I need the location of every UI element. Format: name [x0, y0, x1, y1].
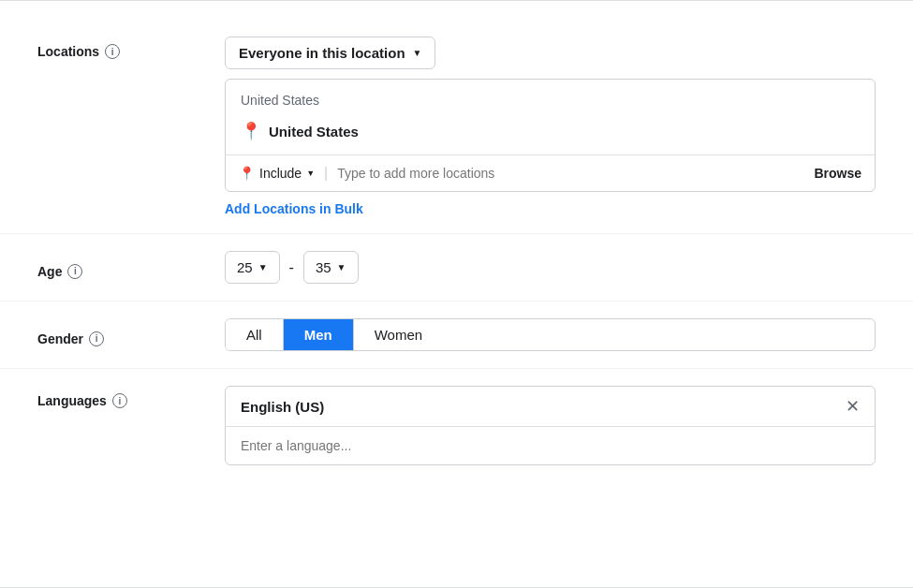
input-divider: |	[324, 165, 328, 182]
location-pin-icon: 📍	[241, 121, 261, 141]
location-search-input[interactable]	[337, 166, 804, 181]
location-search-placeholder: United States	[241, 93, 860, 108]
gender-controls: All Men Women	[225, 318, 876, 351]
age-min-arrow-icon: ▼	[258, 262, 268, 272]
locations-info-icon[interactable]: i	[105, 44, 120, 59]
age-max-dropdown[interactable]: 35 ▼	[303, 251, 359, 284]
dropdown-arrow-icon: ▼	[413, 48, 422, 58]
gender-label-text: Gender	[37, 331, 83, 346]
selected-country-name: United States	[269, 124, 359, 140]
gender-button-group: All Men Women	[225, 318, 876, 351]
gender-section: Gender i All Men Women	[0, 301, 913, 368]
location-input-row: 📍 Include ▼ | Browse	[226, 154, 875, 191]
languages-section: Languages i English (US) ✕	[0, 368, 913, 482]
gender-label: Gender i	[37, 324, 225, 346]
language-tag: English (US)	[241, 399, 324, 415]
locations-label-text: Locations	[37, 44, 99, 59]
include-pin-icon: 📍	[239, 166, 255, 181]
location-type-dropdown[interactable]: Everyone in this location ▼	[225, 37, 435, 69]
language-tag-row: English (US) ✕	[226, 387, 875, 427]
age-max-value: 35	[316, 259, 331, 275]
age-controls: 25 ▼ - 35 ▼	[225, 251, 876, 284]
languages-box: English (US) ✕	[225, 386, 876, 465]
gender-info-icon[interactable]: i	[89, 331, 104, 346]
age-min-dropdown[interactable]: 25 ▼	[225, 251, 280, 284]
locations-label: Locations i	[37, 37, 225, 59]
age-label-text: Age	[37, 264, 62, 279]
age-label: Age i	[37, 257, 225, 279]
location-selected-item: 📍 United States	[241, 117, 860, 145]
gender-men-button[interactable]: Men	[284, 319, 354, 350]
locations-box: United States 📍 United States 📍 Include …	[225, 79, 876, 192]
age-max-arrow-icon: ▼	[337, 262, 346, 272]
gender-women-button[interactable]: Women	[354, 319, 443, 350]
languages-label: Languages i	[37, 386, 225, 408]
browse-button[interactable]: Browse	[814, 166, 861, 181]
age-min-value: 25	[237, 259, 253, 275]
include-arrow-icon: ▼	[306, 169, 315, 178]
age-section: Age i 25 ▼ - 35 ▼	[0, 233, 913, 301]
include-dropdown[interactable]: 📍 Include ▼	[239, 166, 315, 181]
locations-content: Everyone in this location ▼ United State…	[225, 37, 876, 216]
settings-form: Locations i Everyone in this location ▼ …	[0, 0, 913, 588]
locations-section: Locations i Everyone in this location ▼ …	[0, 20, 913, 233]
include-label: Include	[259, 166, 302, 181]
location-search-area: United States 📍 United States	[226, 80, 875, 154]
language-input[interactable]	[226, 427, 875, 464]
language-remove-button[interactable]: ✕	[846, 398, 860, 415]
gender-all-button[interactable]: All	[226, 319, 284, 350]
add-bulk-link[interactable]: Add Locations in Bulk	[225, 201, 363, 216]
age-info-icon[interactable]: i	[67, 264, 82, 279]
languages-label-text: Languages	[37, 393, 107, 408]
location-type-label: Everyone in this location	[239, 45, 405, 61]
languages-info-icon[interactable]: i	[112, 393, 127, 408]
age-dash: -	[289, 259, 294, 276]
